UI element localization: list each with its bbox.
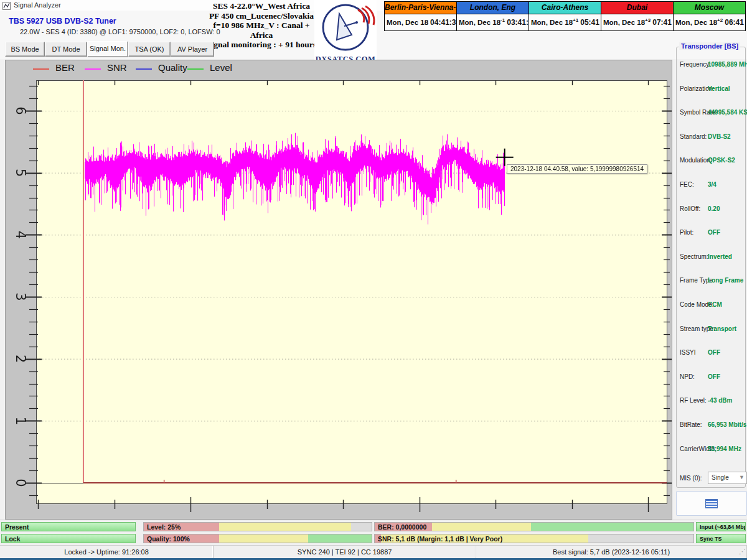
mis-label: MIS (0): — [680, 475, 702, 482]
transponder-value-2: 44995,584 KS/s — [708, 109, 747, 116]
transponder-value-16: 53,994 MHz — [708, 446, 741, 452]
bar-level-segment-1 — [219, 523, 351, 531]
clock-date: Mon, Dec 18 — [387, 19, 428, 26]
clock-utc-offset: -1 — [500, 17, 507, 28]
transponder-label-3: Standard: — [680, 133, 707, 140]
clock-time-row-2: Mon, Dec 18+105:41 — [529, 14, 601, 30]
clock-1: London, EngMon, Dec 18-103:41:31 — [457, 2, 529, 30]
header-line-0: SES 4-22.0°W_West Africa — [205, 1, 317, 11]
tab-tsa-ok-[interactable]: TSA (OK) — [128, 42, 171, 57]
clock-city-1: London, Eng — [457, 2, 529, 14]
clock-time: 07:41 — [652, 18, 672, 27]
transponder-label-15: BitRate: — [680, 421, 702, 428]
clock-date: Mon, Dec 18 — [531, 19, 573, 26]
legend-line-level — [187, 68, 204, 70]
transponder-label-7: Pilot: — [680, 229, 693, 236]
transponder-value-8: Inverted — [708, 253, 732, 260]
clock-city-2: Cairo-Athens — [529, 2, 601, 14]
transponder-label-13: NPD: — [680, 373, 695, 380]
transponder-value-1: Vertical — [708, 85, 730, 92]
transponder-value-10: CCM — [708, 301, 722, 308]
transponder-value-12: OFF — [708, 349, 720, 356]
tab-bs-mode[interactable]: BS Mode — [5, 42, 45, 57]
bar-quality-segment-2 — [308, 534, 372, 543]
bar-ber-segment-1 — [432, 523, 531, 531]
transponder-value-3: DVB-S2 — [708, 133, 731, 140]
clock-utc-offset: +1 — [573, 17, 580, 28]
bar-quality-label: Quality: 100% — [147, 534, 190, 543]
clock-time-row-3: Mon, Dec 18+307:41 — [601, 14, 673, 30]
tab-signal-mon-[interactable]: Signal Mon. — [87, 41, 128, 57]
tab-dt-mode[interactable]: DT Mode — [45, 42, 87, 57]
transponder-panel: Transponder [BS] Frequency:10985,889 MHz… — [676, 47, 746, 488]
transponder-label-5: FEC: — [680, 181, 694, 188]
bar-quality: Quality: 100% — [143, 534, 372, 543]
bar-snr-label: SNR: 5,1 dB (Margin: 1,1 dB | Very Poor) — [378, 534, 502, 543]
clock-date: Mon, Dec 18 — [603, 19, 645, 26]
window-title: Signal Analyzer — [14, 1, 61, 9]
transponder-panel-title: Transponder [BS] — [679, 42, 740, 50]
chart-tooltip: 2023-12-18 04.40.58, value: 5,1999998092… — [507, 164, 647, 174]
legend-line-quality — [136, 68, 152, 70]
bar-ber-label: BER: 0,0000000 — [378, 523, 426, 531]
signal-chart[interactable] — [6, 75, 672, 519]
status-bars-panel: PresentLevel: 25%BER: 0,0000000Input (~6… — [0, 520, 747, 546]
transponder-value-5: 3/4 — [708, 181, 716, 188]
transponder-value-9: Long Frame — [708, 277, 743, 284]
transponder-label-14: RF Level: — [680, 397, 707, 404]
transponder-value-11: Transport — [708, 325, 736, 332]
badge-lock: Lock — [1, 534, 136, 543]
clock-time-row-4: Mon, Dec 18+206:41 — [674, 14, 745, 30]
badge-sync-ts: Sync TS — [696, 534, 746, 543]
statusbar-item-2: Best signal: 5,7 dB (2023-12-16 05:11) — [476, 546, 747, 559]
tuner-name: TBS 5927 USB DVB-S2 Tuner — [9, 17, 116, 26]
clock-utc-offset: +2 — [717, 17, 725, 28]
legend-label-level: Level — [210, 62, 232, 73]
statusbar-item-0: Locked -> Uptime: 91:26:08 — [0, 546, 214, 559]
tuner-details: 22.0W - SES 4 (ID: 3380) @ LOF1: 9750000… — [20, 28, 220, 35]
header-line-2: f=10 986 MHz_V : Canal + Africa — [205, 21, 317, 40]
spectrum-button[interactable] — [676, 491, 747, 516]
bar-snr: SNR: 5,1 dB (Margin: 1,1 dB | Very Poor) — [374, 534, 694, 543]
legend-label-ber: BER — [55, 62, 75, 73]
bar-quality-segment-1 — [219, 534, 308, 543]
dxsatcs-logo: DXSATCS.COM — [314, 0, 377, 66]
transponder-label-12: ISSYI — [680, 349, 696, 356]
clock-date: Mon, Dec 18 — [675, 19, 717, 26]
transponder-value-0: 10985,889 MHz — [708, 61, 747, 68]
clock-0: Berlin-Paris-Vienna-RomaMon, Dec 1804:41… — [385, 2, 457, 30]
clock-time: 06:41 — [725, 18, 744, 27]
clock-4: MoscowMon, Dec 18+206:41 — [674, 2, 745, 30]
header-line-1: PF 450 cm_Lucenec/Slovakia — [205, 11, 317, 21]
statusbar: Locked -> Uptime: 91:26:08SYNC 240 | TEI… — [0, 545, 747, 559]
transponder-value-7: OFF — [708, 229, 720, 236]
statusbar-item-1: SYNC 240 | TEI 92 | CC 19887 — [214, 546, 476, 559]
clock-2: Cairo-AthensMon, Dec 18+105:41 — [529, 2, 601, 30]
clock-time: 04:41:31 — [430, 18, 460, 27]
header-line-3: Signal monitoring : + 91 hours — [205, 40, 317, 50]
world-clocks: Berlin-Paris-Vienna-RomaMon, Dec 1804:41… — [384, 1, 746, 31]
tab-av-player[interactable]: AV Player — [171, 42, 214, 57]
clock-city-0: Berlin-Paris-Vienna-Roma — [385, 2, 456, 14]
transponder-value-13: OFF — [708, 373, 720, 380]
resize-grip[interactable]: ⋰ — [739, 548, 746, 556]
mis-dropdown[interactable]: Single ▼ — [708, 472, 747, 484]
bar-level-label: Level: 25% — [147, 523, 181, 531]
legend-label-snr: SNR — [107, 62, 127, 73]
clock-time-row-0: Mon, Dec 1804:41:31 — [385, 14, 456, 30]
bar-level: Level: 25% — [143, 522, 372, 531]
mis-selected-value: Single — [712, 474, 729, 481]
chart-panel: BERSNRQualityLevel 2023-12-18 04.40.58, … — [5, 60, 672, 520]
clock-3: DubaiMon, Dec 18+307:41 — [601, 2, 674, 30]
chevron-down-icon: ▼ — [739, 472, 745, 483]
badge-input-63-84-mbps-: Input (~63,84 Mbps) — [696, 522, 746, 531]
legend-line-snr — [85, 68, 101, 70]
badge-present: Present — [1, 522, 136, 531]
monitoring-header: SES 4-22.0°W_West AfricaPF 450 cm_Lucene… — [205, 1, 317, 50]
clock-utc-offset: +3 — [645, 17, 652, 28]
bar-ber: BER: 0,0000000 — [374, 522, 694, 531]
signal-analyzer-window: Signal Analyzer ▭ ✕ TBS 5927 USB DVB-S2 … — [0, 0, 747, 560]
clock-city-4: Moscow — [674, 2, 745, 14]
satellite-dish-logo-icon — [314, 0, 377, 55]
bar-ber-segment-2 — [531, 523, 693, 531]
